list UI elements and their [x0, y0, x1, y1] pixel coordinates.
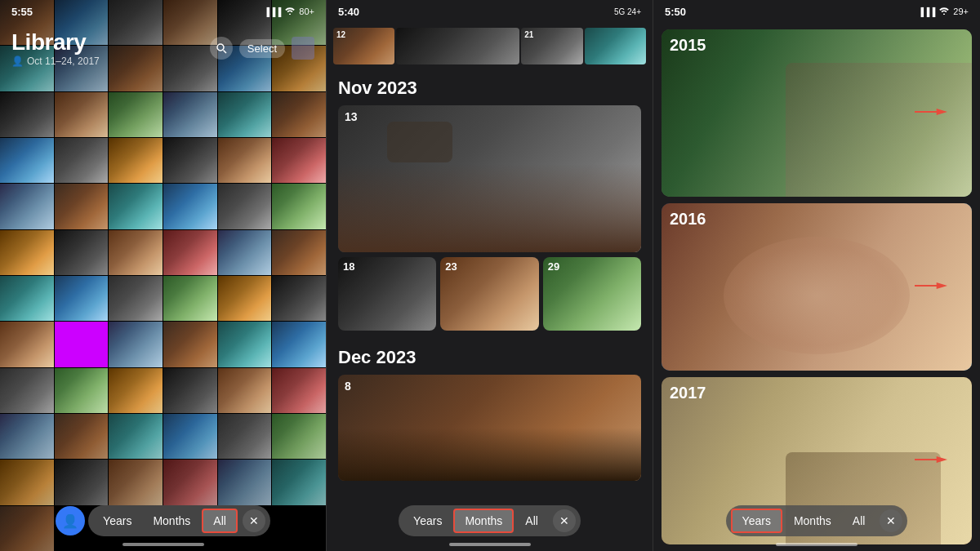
status-bar-phone3: 5:50 ▐▐▐ 29+	[653, 0, 980, 23]
nov-main-photo[interactable]: 13	[338, 105, 641, 252]
arrow-2015	[915, 104, 947, 123]
nov-sub-photo-2[interactable]: 23	[440, 257, 538, 331]
nov-sub-photos: 18 23 29	[338, 257, 641, 331]
year-label-2015: 2015	[670, 36, 706, 55]
search-button[interactable]	[210, 37, 233, 60]
wifi-icon	[284, 7, 296, 16]
bottom-bar-phone2: Years Months All ✕	[327, 505, 653, 536]
grid-view-button[interactable]	[292, 37, 314, 60]
view-mode-pill-phone2: Years Months All ✕	[399, 505, 581, 536]
all-tab-phone2[interactable]: All	[515, 510, 548, 531]
svg-line-1	[223, 51, 226, 54]
sub-num-3: 29	[548, 260, 559, 273]
bottom-bar-phone3: Years Months All ✕	[653, 505, 980, 536]
months-tab-phone1[interactable]: Months	[143, 510, 200, 531]
years-tab-phone1[interactable]: Years	[93, 510, 141, 531]
mini-photo	[585, 28, 646, 64]
svg-marker-5	[937, 282, 947, 289]
status-bar-phone2: 5:40 5G 24+	[327, 0, 653, 23]
months-tab-phone2[interactable]: Months	[453, 509, 514, 533]
svg-point-0	[217, 44, 224, 51]
bottom-bar-phone1: 👤 Years Months All ✕	[0, 505, 326, 536]
library-header: Library 👤 Oct 11–24, 2017 Select	[0, 23, 326, 73]
signal-icon-phone3: ▐▐▐	[918, 7, 935, 16]
home-indicator-phone1	[122, 543, 204, 546]
view-mode-pill-phone3: Years Months All ✕	[726, 505, 908, 536]
library-subtitle: 👤 Oct 11–24, 2017	[11, 56, 203, 67]
person-button[interactable]: 👤	[56, 506, 85, 535]
year-label-2017: 2017	[670, 384, 706, 402]
years-tab-phone2[interactable]: Years	[403, 510, 452, 531]
overlay	[0, 0, 326, 551]
status-time: 5:55	[11, 6, 33, 18]
select-button[interactable]: Select	[239, 39, 285, 58]
status-icons-phone3: ▐▐▐ 29+	[918, 7, 969, 16]
sub-num-1: 18	[343, 260, 354, 273]
close-button-phone1[interactable]: ✕	[243, 509, 265, 532]
close-button-phone3[interactable]: ✕	[880, 509, 902, 532]
status-icons: ▐▐▐ 80+	[264, 7, 314, 16]
nov-photo-num: 13	[345, 110, 358, 123]
nov-sub-photo-3[interactable]: 29	[543, 257, 641, 331]
years-tab-phone3[interactable]: Years	[731, 509, 782, 533]
mini-photo: 12	[333, 28, 394, 64]
top-photos-row: 12 21	[327, 23, 653, 68]
mini-photo: 21	[521, 28, 582, 64]
all-tab-phone1[interactable]: All	[202, 509, 238, 533]
dec-title: Dec 2023	[338, 347, 641, 368]
year-card-2015[interactable]: 2015	[662, 29, 972, 197]
year-label-2016: 2016	[670, 210, 706, 229]
sub-num-2: 23	[445, 260, 457, 273]
view-mode-pill: Years Months All ✕	[88, 505, 270, 536]
signal-icon: ▐▐▐	[264, 7, 281, 16]
years-content: 2015 2016	[653, 23, 980, 551]
nov-sub-photo-1[interactable]: 18	[338, 257, 436, 331]
home-indicator-phone2	[449, 543, 531, 546]
status-time-phone3: 5:50	[665, 6, 686, 18]
mini-photo	[396, 28, 519, 64]
status-bar: 5:55 ▐▐▐ 80+	[0, 0, 326, 23]
dec-main-photo[interactable]: 8	[338, 375, 641, 481]
close-button-phone2[interactable]: ✕	[553, 509, 576, 532]
status-time-phone2: 5:40	[338, 6, 359, 18]
phone-3-years: 5:50 ▐▐▐ 29+ 2015 20	[653, 0, 980, 551]
all-tab-phone3[interactable]: All	[843, 510, 875, 531]
dec-2023-section: Dec 2023 8	[327, 337, 653, 492]
arrow-2016	[915, 278, 947, 297]
svg-marker-3	[937, 109, 947, 115]
carrier-icon: 5G 24+	[614, 7, 641, 16]
library-title: Library	[11, 29, 203, 56]
phone-1-library: 5:55 ▐▐▐ 80+ Library 👤 Oct 11–24, 2017 S…	[0, 0, 327, 551]
phone-2-months: 5:40 5G 24+ 12 21 Nov 2023 13	[327, 0, 653, 551]
dec-photo-num: 8	[345, 380, 351, 393]
wifi-icon-phone3	[938, 7, 950, 16]
home-indicator-phone3	[776, 543, 858, 546]
months-tab-phone3[interactable]: Months	[784, 510, 841, 531]
year-card-2016[interactable]: 2016	[662, 203, 972, 371]
arrow-2017	[915, 451, 947, 471]
nov-2023-section: Nov 2023 13 18 23 29	[327, 68, 653, 337]
months-content: 12 21 Nov 2023 13 18 23	[327, 23, 653, 551]
person-small-icon: 👤	[11, 56, 24, 67]
status-icons-phone2: 5G 24+	[614, 7, 641, 16]
svg-marker-7	[937, 456, 947, 463]
battery-icon: 80+	[299, 7, 314, 16]
nov-title: Nov 2023	[338, 78, 641, 99]
battery-icon-phone3: 29+	[953, 7, 969, 16]
